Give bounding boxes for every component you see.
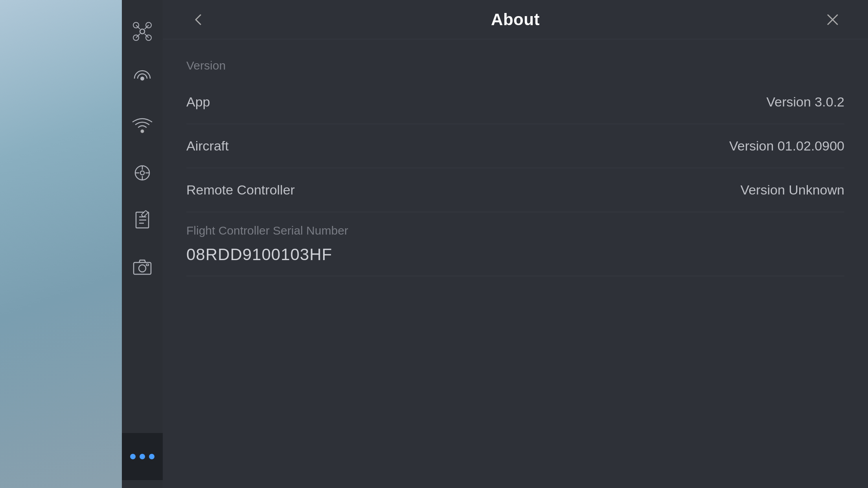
svg-point-0 — [140, 29, 145, 34]
version-section-label: Version — [186, 55, 844, 72]
dot-2 — [140, 454, 145, 459]
sidebar-item-wifi[interactable] — [122, 102, 163, 149]
sidebar-item-more[interactable] — [122, 433, 163, 480]
header: About — [163, 0, 868, 39]
app-value: Version 3.0.2 — [767, 94, 844, 110]
remote-controller-label: Remote Controller — [186, 182, 295, 198]
sidebar-item-checklist[interactable] — [122, 196, 163, 244]
svg-point-10 — [141, 130, 144, 133]
svg-point-9 — [140, 77, 144, 81]
back-button[interactable] — [186, 8, 210, 31]
more-dots — [130, 454, 154, 459]
app-version-row: App Version 3.0.2 — [186, 80, 844, 124]
page-title: About — [491, 10, 540, 29]
checklist-icon — [132, 210, 153, 230]
wifi-icon — [132, 116, 153, 136]
sidebar-item-drone[interactable] — [122, 8, 163, 55]
aircraft-label: Aircraft — [186, 138, 229, 154]
joystick-icon — [132, 163, 153, 183]
svg-point-12 — [140, 171, 144, 175]
drone-icon — [132, 21, 153, 42]
aircraft-value: Version 01.02.0900 — [729, 138, 844, 154]
background-panel — [0, 0, 122, 488]
svg-point-23 — [139, 265, 146, 272]
remote-controller-row: Remote Controller Version Unknown — [186, 168, 844, 212]
back-arrow-icon — [191, 13, 205, 27]
serial-number-value: 08RDD9100103HF — [186, 245, 844, 264]
close-icon — [825, 12, 840, 28]
serial-section-label: Flight Controller Serial Number — [186, 224, 844, 237]
aircraft-version-row: Aircraft Version 01.02.0900 — [186, 124, 844, 168]
camera-icon — [132, 257, 153, 277]
dot-3 — [149, 454, 154, 459]
sidebar-item-camera[interactable] — [122, 244, 163, 291]
dot-1 — [130, 454, 136, 459]
serial-number-section: Flight Controller Serial Number 08RDD910… — [186, 212, 844, 276]
signal-icon — [132, 68, 153, 89]
sidebar-item-joystick[interactable] — [122, 149, 163, 196]
svg-rect-21 — [142, 211, 148, 217]
sidebar — [122, 0, 163, 488]
sidebar-item-signal[interactable] — [122, 55, 163, 102]
close-button[interactable] — [821, 8, 844, 31]
main-content: About Version App Version 3.0.2 Aircraft… — [163, 0, 868, 488]
remote-controller-value: Version Unknown — [740, 182, 844, 198]
app-label: App — [186, 94, 210, 110]
svg-rect-24 — [146, 264, 149, 266]
content-area: Version App Version 3.0.2 Aircraft Versi… — [163, 39, 868, 488]
